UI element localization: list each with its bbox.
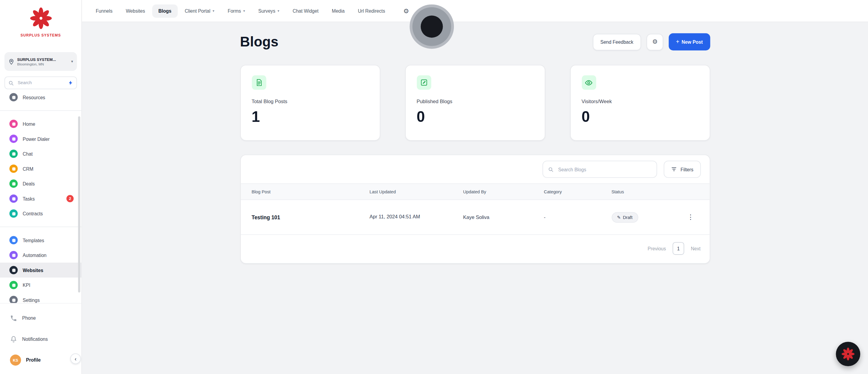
sidebar-item-settings[interactable]: Settings <box>0 293 82 303</box>
brand-name: SURPLUS SYSTEMS <box>0 33 82 37</box>
column-header-category: Category <box>544 189 612 194</box>
sidebar-item-label: Chat <box>23 151 33 156</box>
gear-icon: ⚙ <box>652 38 658 46</box>
sidebar-item-resources[interactable]: Resources <box>0 90 82 105</box>
chat-widget-logo <box>841 347 855 361</box>
tab-label: Funnels <box>96 8 113 13</box>
new-post-button[interactable]: + New Post <box>669 33 710 50</box>
blog-settings-button[interactable]: ⚙ <box>647 33 663 50</box>
chat-widget-button[interactable] <box>836 342 860 366</box>
chat-icon <box>9 150 18 158</box>
sidebar-item-automation[interactable]: Automation <box>0 248 82 263</box>
sidebar-search-input[interactable] <box>17 80 65 86</box>
quick-actions-bolt-icon[interactable] <box>68 80 73 86</box>
app-stage: SURPLUS SYSTEMS SURPLUS SYSTEM... Bloomi… <box>0 0 868 374</box>
sidebar-item-contracts[interactable]: Contracts <box>0 206 82 221</box>
table-toolbar: Filters <box>241 155 710 183</box>
sidebar-item-power-dialer[interactable]: Power Dialer <box>0 131 82 146</box>
sidebar-item-crm[interactable]: CRM <box>0 161 82 176</box>
last-updated-cell: Apr 11, 2024 04:51 AM <box>370 213 435 222</box>
top-nav-tabs: FunnelsWebsitesBlogsClient Portal▾Forms▾… <box>90 4 391 18</box>
tab-label: Client Portal <box>185 8 210 13</box>
document-icon <box>252 76 266 90</box>
tab-chat-widget[interactable]: Chat Widget <box>287 4 324 18</box>
sidebar-item-label: Websites <box>23 267 43 272</box>
location-switcher[interactable]: SURPLUS SYSTEM... Bloomington, MN ▾ <box>4 52 77 71</box>
sidebar-item-label: KPI <box>23 282 30 288</box>
tab-websites[interactable]: Websites <box>120 4 151 18</box>
filter-icon <box>671 166 677 172</box>
location-name: SURPLUS SYSTEM... <box>17 57 68 61</box>
tab-label: Forms <box>227 8 241 13</box>
sidebar-item-kpi[interactable]: KPI <box>0 278 82 293</box>
column-header-blog-post: Blog Post <box>252 189 370 194</box>
pagination-page-1[interactable]: 1 <box>673 242 684 255</box>
new-post-label: New Post <box>681 39 703 44</box>
tab-blogs[interactable]: Blogs <box>152 4 178 18</box>
plus-icon: + <box>676 39 679 45</box>
sidebar-item-notifications[interactable]: Notifications <box>0 331 82 347</box>
chevron-down-icon: ▾ <box>71 59 73 64</box>
chevron-down-icon: ▾ <box>213 8 214 13</box>
sidebar-item-phone[interactable]: Phone <box>0 310 82 326</box>
stat-label: Published Blogs <box>416 98 533 104</box>
phone-icon <box>10 314 17 321</box>
stat-label: Total Blog Posts <box>252 98 369 104</box>
page-actions: Send Feedback ⚙ + New Post <box>592 33 710 50</box>
resources-icon <box>9 93 18 102</box>
blog-post-title[interactable]: Testing 101 <box>252 214 370 220</box>
tab-url-redirects[interactable]: Url Redirects <box>352 4 391 18</box>
blogs-search-input[interactable] <box>557 166 652 173</box>
sidebar-search[interactable] <box>4 76 77 89</box>
tab-forms[interactable]: Forms▾ <box>221 4 251 18</box>
filters-button[interactable]: Filters <box>664 161 701 178</box>
webcam-overlay[interactable] <box>410 4 454 49</box>
sidebar-item-label: Profile <box>26 357 41 363</box>
tab-surveys[interactable]: Surveys▾ <box>252 4 285 18</box>
sidebar-item-label: Home <box>23 121 35 126</box>
send-feedback-button[interactable]: Send Feedback <box>592 33 641 50</box>
contracts-icon <box>9 209 18 218</box>
table-row[interactable]: Testing 101 Apr 11, 2024 04:51 AM Kaye S… <box>241 200 710 235</box>
tab-label: Chat Widget <box>293 8 318 13</box>
sidebar-item-tasks[interactable]: Tasks2 <box>0 191 82 206</box>
tasks-badge: 2 <box>66 195 73 202</box>
tab-funnels[interactable]: Funnels <box>90 4 119 18</box>
chevron-down-icon: ▾ <box>243 8 245 13</box>
sidebar-collapse-button[interactable]: ‹ <box>70 353 81 364</box>
stats-row: Total Blog Posts 1 Published Blogs 0 <box>240 65 710 141</box>
sidebar-item-label: Power Dialer <box>23 136 50 141</box>
sidebar-item-templates[interactable]: Templates <box>0 233 82 248</box>
settings-icon <box>9 296 18 303</box>
sidebar-item-label: Automation <box>23 253 46 258</box>
sidebar-scrollbar[interactable] <box>78 116 80 293</box>
tasks-icon <box>9 195 18 203</box>
tab-media[interactable]: Media <box>326 4 351 18</box>
sidebar-divider <box>0 227 82 227</box>
websites-icon <box>9 266 18 275</box>
sidebar-item-deals[interactable]: Deals <box>0 176 82 191</box>
stat-label: Visitors/Week <box>581 98 698 104</box>
status-badge[interactable]: ✎ Draft <box>612 212 638 223</box>
eye-icon <box>581 76 596 90</box>
updated-by-cell: Kaye Soliva <box>463 214 544 220</box>
settings-gear-icon[interactable]: ⚙ <box>403 7 409 15</box>
sidebar-item-websites[interactable]: Websites <box>0 263 82 278</box>
column-header-updated-by: Updated By <box>463 189 544 194</box>
pagination-previous-button[interactable]: Previous <box>648 246 666 251</box>
power-dialer-icon <box>9 135 18 143</box>
webcam-camera-off <box>421 16 443 37</box>
row-menu-kebab-icon[interactable]: ⋮ <box>681 213 701 221</box>
tab-label: Websites <box>126 8 145 13</box>
chevron-down-icon: ▾ <box>278 8 279 13</box>
sidebar-item-label: Contracts <box>23 211 43 216</box>
pagination-next-button[interactable]: Next <box>691 246 701 251</box>
tab-label: Url Redirects <box>358 8 385 13</box>
sidebar-item-profile[interactable]: KS Profile <box>0 352 82 368</box>
blogs-search[interactable] <box>543 161 657 178</box>
sidebar-item-chat[interactable]: Chat <box>0 146 82 161</box>
category-cell: - <box>544 214 612 220</box>
tab-client-portal[interactable]: Client Portal▾ <box>179 4 221 18</box>
sidebar-item-home[interactable]: Home <box>0 116 82 132</box>
tab-label: Media <box>332 8 345 13</box>
